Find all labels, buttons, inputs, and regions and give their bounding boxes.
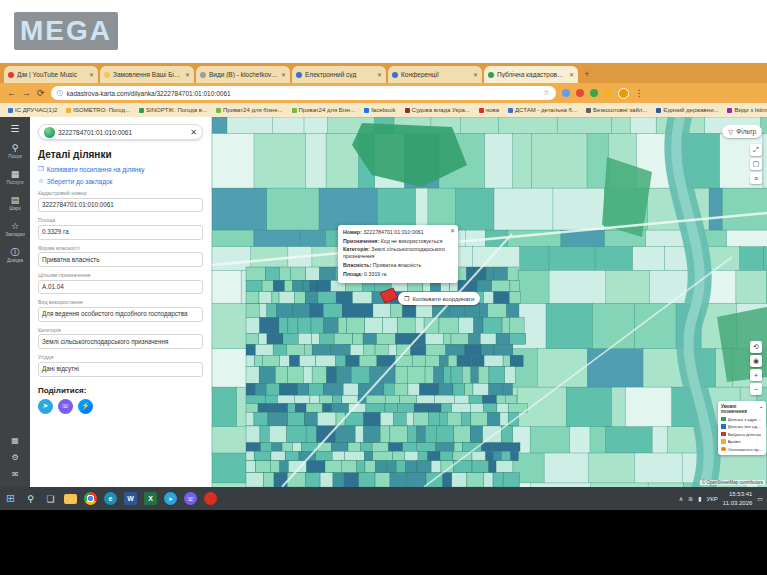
bookmark-item[interactable]: ISOMETRO: Погод... — [66, 107, 130, 113]
hamburger-menu-icon[interactable]: ☰ — [11, 123, 20, 134]
volume-icon[interactable]: ▮ — [698, 495, 701, 502]
search-value[interactable]: 3222784701:01:010:0061 — [58, 129, 187, 136]
task-view-icon[interactable]: ❏ — [44, 492, 57, 505]
word-icon[interactable]: W — [124, 492, 137, 505]
browser-tab[interactable]: Види (В) - klochetkova787@g... ✕ — [196, 66, 290, 83]
refresh-icon[interactable]: ⟳ — [37, 88, 45, 98]
sidebar-item-help[interactable]: ⓘ Довідка — [7, 247, 23, 263]
legend-swatch — [721, 424, 726, 429]
bookmark-item[interactable]: Приват24 для бізне... — [216, 107, 283, 113]
bookmark-item[interactable]: ІС ДРУЧАС(1)2 — [8, 107, 57, 113]
telegram-taskbar-icon[interactable]: ➤ — [164, 492, 177, 505]
bookmark-item[interactable]: нова — [479, 107, 499, 113]
bookmark-favicon — [727, 108, 732, 113]
bookmark-item[interactable]: Види з Istimetea T... — [727, 107, 767, 113]
browser-tab[interactable]: Дім | YouTube Music ✕ — [4, 66, 98, 83]
extension-icon[interactable] — [576, 89, 584, 97]
bookmark-item[interactable]: Єдиний державни... — [656, 107, 718, 113]
browser-menu-icon[interactable]: ⋮ — [635, 88, 644, 98]
app-icon[interactable] — [204, 492, 217, 505]
filter-button[interactable]: ▽ Фільтр — [722, 125, 762, 138]
extension-icon[interactable] — [604, 89, 612, 97]
back-icon[interactable]: ← — [7, 88, 16, 98]
zoom-out-button[interactable]: − — [750, 383, 762, 395]
bookmark-item[interactable]: ДСТАМ - детальна б... — [508, 107, 577, 113]
bookmark-item[interactable]: Безкоштовні зайл... — [586, 107, 647, 113]
layers-toggle-icon[interactable]: ≡ — [750, 172, 762, 184]
system-tray: ∧ ≋ ▮ УКР 15:53:41 11.03.2026 ▭ — [679, 490, 763, 506]
extension-icon[interactable] — [590, 89, 598, 97]
zoom-in-button[interactable]: + — [750, 369, 762, 381]
cadastral-search-input[interactable]: 3222784701:01:010:0061 ✕ — [38, 124, 203, 140]
taskbar-search-icon[interactable]: ⚲ — [24, 492, 37, 505]
legend-label: Ділянка без адреси — [728, 424, 764, 429]
tab-favicon — [104, 72, 110, 78]
viber-icon[interactable]: ☏ — [58, 399, 73, 414]
copy-link-button[interactable]: ❐ Копіювати посилання на ділянку — [38, 165, 203, 173]
bookmark-item[interactable]: Судова влада Укра... — [405, 107, 470, 113]
sidebar-item-services[interactable]: ▦ Послуги — [6, 169, 23, 185]
tab-close-icon[interactable]: ✕ — [281, 71, 286, 78]
tab-close-icon[interactable]: ✕ — [377, 71, 382, 78]
measure-icon[interactable]: ▢ — [750, 158, 762, 170]
chrome-icon[interactable] — [84, 492, 97, 505]
bookmark-label: ІС ДРУЧАС(1)2 — [15, 107, 57, 113]
bookmark-item[interactable]: facebook — [364, 107, 395, 113]
reset-view-icon[interactable]: ⟲ — [750, 341, 762, 353]
extension-icon[interactable] — [562, 89, 570, 97]
new-tab-button[interactable]: + — [580, 67, 594, 81]
file-explorer-icon[interactable] — [64, 494, 77, 504]
start-button[interactable]: ⊞ — [4, 492, 17, 505]
map-container[interactable]: ▽ Фільтр ⤢ ▢ ≡ ⟲ ◉ + − ✕ Номер: 32227847… — [212, 117, 767, 487]
viber-taskbar-icon[interactable]: ☏ — [184, 492, 197, 505]
messenger-icon[interactable]: ⚡ — [78, 399, 93, 414]
network-icon[interactable]: ≋ — [688, 495, 693, 502]
locate-icon[interactable]: ◉ — [750, 355, 762, 367]
tab-close-icon[interactable]: ✕ — [473, 71, 478, 78]
settings-gear-icon[interactable]: ⚙ — [11, 453, 18, 462]
bookmark-icon: ☆ — [11, 221, 19, 231]
browser-tab[interactable]: Конференції ✕ — [388, 66, 482, 83]
field-purpose-code: Цільове призначення A.01.04 — [38, 272, 203, 294]
mail-icon[interactable]: ✉ — [12, 470, 19, 479]
clear-search-icon[interactable]: ✕ — [190, 128, 197, 137]
tab-close-icon[interactable]: ✕ — [89, 71, 94, 78]
grid-icon[interactable]: ▦ — [11, 436, 19, 445]
language-indicator[interactable]: УКР — [706, 496, 717, 502]
copy-coordinates-button[interactable]: ❐ Копіювати координати — [398, 292, 480, 305]
save-bookmark-button[interactable]: ☆ Зберегти до закладок — [38, 177, 203, 185]
profile-avatar[interactable] — [618, 88, 629, 99]
edge-icon[interactable]: e — [104, 492, 117, 505]
bookmark-star-icon[interactable]: ☆ — [543, 89, 549, 97]
fullscreen-icon[interactable]: ⤢ — [750, 144, 762, 156]
field-ownership: Форма власності Приватна власність — [38, 245, 203, 267]
url-text[interactable]: kadastrova-karta.com/dilyanka/3222784701… — [67, 90, 540, 97]
sidebar-item-label: Закладки — [5, 232, 24, 237]
site-info-icon[interactable]: ⓘ — [57, 89, 63, 98]
legend-item: Вибрана ділянка — [721, 432, 763, 437]
notification-center-icon[interactable]: ▭ — [757, 495, 763, 502]
popup-close-icon[interactable]: ✕ — [450, 227, 455, 234]
tray-chevron-icon[interactable]: ∧ — [679, 495, 683, 502]
tab-close-icon[interactable]: ✕ — [569, 71, 574, 78]
sidebar-item-label: Пошук — [8, 154, 22, 159]
taskbar-clock[interactable]: 15:53:41 11.03.2026 — [723, 490, 753, 506]
address-bar[interactable]: ⓘ kadastrova-karta.com/dilyanka/32227847… — [51, 86, 556, 100]
tab-close-icon[interactable]: ✕ — [185, 71, 190, 78]
map-canvas[interactable] — [212, 117, 767, 487]
excel-icon[interactable]: X — [144, 492, 157, 505]
field-label: Форма власності — [38, 245, 203, 251]
bookmark-item[interactable]: Приват24 для Бізн... — [292, 107, 356, 113]
browser-tab[interactable]: Замовлення Ваші Білети з До... ✕ — [100, 66, 194, 83]
forward-icon[interactable]: → — [22, 88, 31, 98]
sidebar-item-layers[interactable]: ▤ Шари — [9, 195, 21, 211]
telegram-icon[interactable]: ➤ — [38, 399, 53, 414]
popup-row-category: Категорія: Землі сільськогосподарського … — [343, 246, 448, 260]
browser-tab-active[interactable]: Публічна кадастрова карта У... ✕ — [484, 66, 578, 83]
field-label: Угіддя — [38, 354, 203, 360]
sidebar-item-search[interactable]: ⚲ Пошук — [8, 143, 22, 159]
browser-tab[interactable]: Електронний суд ✕ — [292, 66, 386, 83]
sidebar-item-bookmarks[interactable]: ☆ Закладки — [5, 221, 24, 237]
bookmark-item[interactable]: SINOPTIK: Погода в... — [139, 107, 207, 113]
legend-header[interactable]: Умовні позначення ⌄ — [721, 404, 763, 414]
